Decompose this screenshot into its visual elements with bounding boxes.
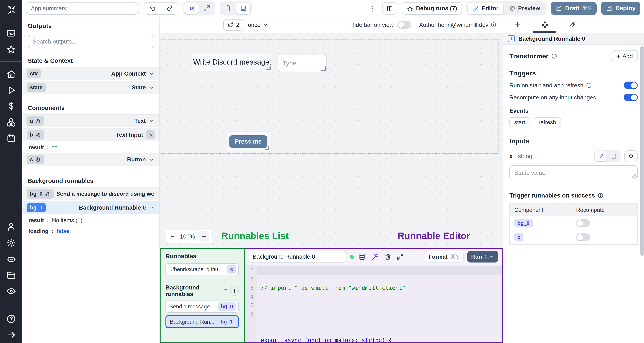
user-icon[interactable] xyxy=(6,222,16,232)
hide-bar-toggle[interactable] xyxy=(397,21,411,28)
runnable-editor-panel: Format⌘S Run⌘⏎ 1 2 3 xyxy=(245,248,503,343)
chevron-down-icon[interactable] xyxy=(148,70,155,77)
chevron-down-icon[interactable] xyxy=(148,84,155,91)
sidebar-divider xyxy=(0,61,22,62)
delete-trash-icon[interactable] xyxy=(383,252,392,261)
redo-button[interactable] xyxy=(161,2,178,14)
zoom-level: 100% xyxy=(179,233,196,240)
workers-robot-icon[interactable] xyxy=(6,254,16,264)
chevron-down-icon[interactable] xyxy=(148,118,155,124)
b-badge: b xyxy=(27,130,44,140)
format-button[interactable]: Format⌘S xyxy=(424,251,464,262)
scrollbar[interactable] xyxy=(640,46,644,256)
zoom-out-button[interactable]: − xyxy=(169,233,176,240)
output-row-bg1[interactable]: bg_1 Background Runnable 0 xyxy=(22,201,159,214)
folders-icon[interactable] xyxy=(6,270,16,280)
runs-play-icon[interactable] xyxy=(6,85,16,95)
apps-icon[interactable] xyxy=(6,28,16,38)
variables-dollar-icon[interactable] xyxy=(6,101,16,111)
text-component[interactable]: Write Discord message: xyxy=(192,53,272,71)
pencil-icon xyxy=(473,5,479,12)
undo-button[interactable] xyxy=(144,2,161,14)
bg1-loading-row: loading:false xyxy=(22,226,159,236)
editor-header: Format⌘S Run⌘⏎ xyxy=(245,249,502,265)
mobile-view-button[interactable] xyxy=(221,2,235,14)
star-icon[interactable] xyxy=(6,44,16,54)
tab-settings-diamonds-icon[interactable] xyxy=(541,21,549,30)
expression-f-icon[interactable] xyxy=(608,151,620,161)
help-icon[interactable] xyxy=(6,314,16,324)
runnable-name-input[interactable] xyxy=(249,251,346,262)
table-row: c xyxy=(510,230,637,244)
runnable-item-c[interactable]: u/henri/scrape_githu... c xyxy=(166,263,239,275)
add-background-runnable-button[interactable] xyxy=(230,286,239,296)
chevron-up-icon[interactable] xyxy=(146,130,155,139)
recompute-toggle[interactable] xyxy=(624,94,638,101)
chevron-down-icon[interactable] xyxy=(148,156,155,163)
ai-wand-icon[interactable] xyxy=(370,252,380,262)
press-me-button[interactable]: Press me xyxy=(229,135,268,148)
windmill-logo-icon[interactable] xyxy=(5,4,17,17)
run-on-start-toggle[interactable] xyxy=(624,82,638,89)
resources-cubes-icon[interactable] xyxy=(6,118,16,127)
code-content[interactable]: // import * as wmill from "windmill-clie… xyxy=(257,265,502,342)
output-row-state[interactable]: state State xyxy=(22,81,159,94)
schedules-calendar-icon[interactable] xyxy=(6,134,16,144)
output-row-c[interactable]: c Button xyxy=(22,153,159,166)
output-row-ctx[interactable]: ctx App Context xyxy=(22,67,159,80)
bounded-width-button[interactable] xyxy=(184,2,198,14)
tab-editor[interactable]: Editor xyxy=(468,2,504,14)
runnable-item-bg0[interactable]: Send a message... bg_0 xyxy=(166,300,239,312)
full-width-button[interactable] xyxy=(200,2,214,14)
refresh-mode-select[interactable]: once xyxy=(248,22,269,28)
tab-preview[interactable]: Preview xyxy=(504,2,545,14)
event-chip-refresh[interactable]: refresh xyxy=(534,117,561,128)
expand-sidebar-arrow-icon[interactable] xyxy=(6,330,16,340)
settings-gear-icon[interactable] xyxy=(6,238,16,248)
connect-plug-icon[interactable] xyxy=(624,150,638,162)
expand-editor-icon[interactable] xyxy=(396,252,404,261)
event-chip-start[interactable]: start xyxy=(510,117,530,128)
zoom-in-button[interactable]: + xyxy=(198,231,209,242)
output-row-a[interactable]: a Text xyxy=(22,114,159,127)
debug-runs-button[interactable]: Debug runs (7) xyxy=(402,2,462,14)
info-icon[interactable] xyxy=(586,82,592,88)
output-row-b[interactable]: b Text Input xyxy=(22,128,159,141)
code-editor[interactable]: 1 2 3 4 5 6 // import * as wmill from "w… xyxy=(245,265,502,342)
app-canvas[interactable]: Write Discord message: Type... Press me … xyxy=(160,33,503,248)
static-pencil-icon[interactable] xyxy=(595,151,607,161)
recompute-bg0-toggle[interactable] xyxy=(576,220,590,227)
save-icon xyxy=(606,5,612,12)
runnable-item-bg1-selected[interactable]: Background Run... bg_1 xyxy=(166,315,239,328)
docs-book-icon[interactable] xyxy=(382,2,397,14)
home-icon[interactable] xyxy=(6,69,16,79)
refresh-count-button[interactable]: 2 xyxy=(223,19,244,31)
draft-button[interactable]: Draft⌘S xyxy=(551,2,596,15)
refresh-small-icon xyxy=(223,288,228,294)
windmill-app-editor: ⋮ Debug runs (7) Editor Preview Draft⌘S xyxy=(0,0,644,343)
preview-eye-icon xyxy=(509,5,516,12)
output-row-bg0[interactable]: bg_0 Send a message to discord using web… xyxy=(22,187,159,200)
trigger-row-2: Recompute on any input changes xyxy=(510,94,638,101)
more-menu-icon[interactable]: ⋮ xyxy=(367,4,378,12)
info-icon[interactable] xyxy=(490,22,496,28)
recompute-c-toggle[interactable] xyxy=(576,234,590,241)
c-badge: c xyxy=(27,155,44,164)
desktop-view-button[interactable] xyxy=(236,2,250,14)
add-transformer-button[interactable]: +Add xyxy=(612,50,638,62)
tab-insert-plus-icon[interactable] xyxy=(514,21,522,28)
button-component-holder[interactable]: Press me xyxy=(227,132,270,151)
static-value-input[interactable] xyxy=(510,165,638,180)
chevron-down-icon xyxy=(262,22,268,28)
chevron-up-icon[interactable] xyxy=(148,204,155,211)
tab-styling-brush-icon[interactable] xyxy=(568,21,576,28)
app-summary-input[interactable] xyxy=(26,2,139,14)
info-icon[interactable] xyxy=(551,53,557,59)
audit-eye-icon[interactable] xyxy=(6,286,16,296)
textinput-component[interactable]: Type... xyxy=(278,54,327,72)
search-outputs-input[interactable] xyxy=(28,35,154,48)
deploy-button[interactable]: Deploy xyxy=(601,2,640,15)
cache-database-icon[interactable] xyxy=(357,252,367,262)
info-icon[interactable] xyxy=(598,192,604,198)
run-button[interactable]: Run⌘⏎ xyxy=(467,251,498,262)
